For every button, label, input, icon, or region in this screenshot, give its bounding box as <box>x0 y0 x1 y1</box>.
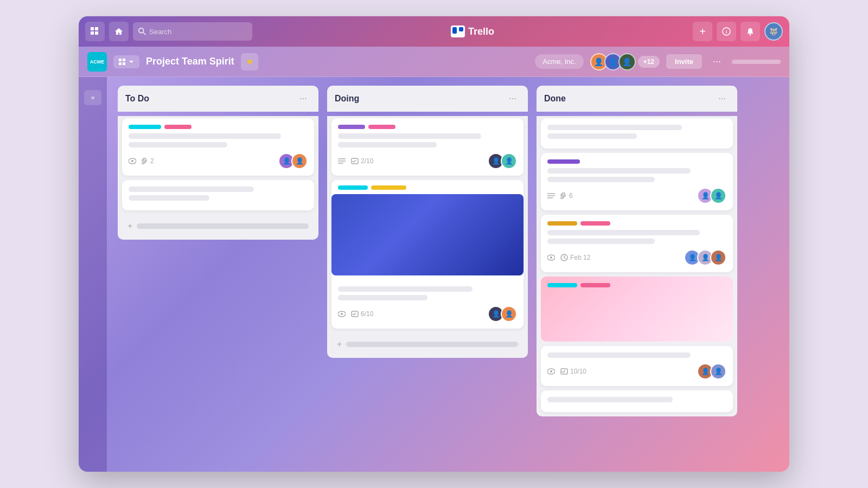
card-text-7 <box>338 286 473 292</box>
list-meta-2 <box>547 192 555 199</box>
card-text-d1 <box>547 125 682 130</box>
tag-cyan2 <box>338 185 368 190</box>
add-button[interactable]: + <box>693 22 712 41</box>
list-meta <box>338 158 346 164</box>
card-av-6: 👤 <box>501 306 517 322</box>
card-meta: 2 <box>129 157 154 165</box>
eye-meta-3 <box>547 254 555 261</box>
add-card-doing[interactable]: + <box>331 335 524 354</box>
card-text-4 <box>129 195 209 201</box>
workspace-badge: ACME <box>87 52 107 72</box>
card-text-5 <box>338 133 481 139</box>
card-done-2-footer: 6 👤 👤 <box>547 188 726 204</box>
column-done-menu[interactable]: ··· <box>714 91 730 106</box>
card-done-2-meta: 6 <box>547 192 573 200</box>
trello-logo-icon <box>451 25 465 37</box>
card-done-5-meta: 10/10 <box>547 368 586 375</box>
card-done-3: Feb 12 👤 👤 👤 <box>541 215 733 272</box>
member-avatars: 👤 👤 👤 +12 <box>590 53 660 70</box>
card-done-5-footer: 10/10 👤 👤 <box>547 363 726 380</box>
attach-meta-2: 6 <box>560 192 573 200</box>
column-todo-menu[interactable]: ··· <box>296 91 311 106</box>
card-text-1 <box>129 133 281 139</box>
tag-cyan <box>129 125 161 129</box>
svg-line-5 <box>143 33 145 35</box>
svg-point-22 <box>341 313 343 315</box>
card-done-5: 10/10 👤 👤 <box>541 346 733 386</box>
filter-bar <box>732 60 781 64</box>
tag-purple2 <box>547 159 580 164</box>
column-todo-header: To Do ··· <box>118 86 318 112</box>
svg-point-28 <box>550 256 552 259</box>
card-done-5-avatars: 👤 👤 <box>697 363 726 380</box>
column-doing-body: 2/10 👤 👤 <box>327 116 528 358</box>
svg-rect-6 <box>452 27 457 34</box>
svg-rect-7 <box>459 27 463 31</box>
card-done-1 <box>541 118 733 149</box>
card-text-d2 <box>547 133 637 139</box>
svg-point-16 <box>131 160 133 162</box>
card-avatars: 👤 👤 <box>278 153 308 169</box>
member-avatar-3: 👤 <box>618 53 636 70</box>
column-doing-menu[interactable]: ··· <box>505 91 520 106</box>
card-doing-2-meta: 6/10 <box>338 310 373 318</box>
tag-cyan3 <box>547 283 577 287</box>
column-done: Done ··· <box>537 86 737 416</box>
info-button[interactable]: i <box>717 22 736 41</box>
check-meta: 2/10 <box>351 157 373 165</box>
card-text-6 <box>338 142 437 147</box>
board-title: Project Team Spirit <box>146 56 234 67</box>
card-done-3-avatars: 👤 👤 👤 <box>684 249 726 266</box>
card-todo-1-tags <box>129 125 308 129</box>
invite-button[interactable]: Invite <box>666 54 702 69</box>
card-doing-1-meta: 2/10 <box>338 157 373 165</box>
card-done-6 <box>541 390 733 412</box>
user-avatar[interactable]: 🐺 <box>764 22 783 41</box>
svg-rect-14 <box>123 62 125 65</box>
card-av-2: 👤 <box>291 153 308 169</box>
more-options-button[interactable]: ··· <box>709 54 725 69</box>
svg-rect-13 <box>119 62 122 65</box>
card-doing-2-tags <box>338 185 517 190</box>
sidebar: » <box>79 77 107 472</box>
column-doing-header: Doing ··· <box>327 86 528 112</box>
svg-rect-12 <box>123 59 125 61</box>
card-done-2: 6 👤 👤 <box>541 153 733 210</box>
svg-rect-2 <box>91 31 94 35</box>
tag-purple <box>338 125 365 129</box>
add-card-todo[interactable]: + <box>122 217 314 235</box>
column-todo-body: 2 👤 👤 <box>118 116 318 240</box>
search-placeholder: Search <box>149 28 171 36</box>
card-av-d7: 👤 <box>710 363 726 380</box>
search-bar[interactable]: Search <box>133 22 252 41</box>
sidebar-collapse-button[interactable]: » <box>84 90 101 105</box>
notifications-button[interactable] <box>741 22 760 41</box>
svg-rect-3 <box>95 31 98 35</box>
svg-point-10 <box>750 34 751 36</box>
column-done-header: Done ··· <box>537 86 737 112</box>
card-text-d5 <box>547 230 700 235</box>
app-wrapper: Search Trello + i <box>79 16 789 472</box>
card-doing-1-footer: 2/10 👤 👤 <box>338 153 517 169</box>
card-done-2-avatars: 👤 👤 <box>697 188 726 204</box>
card-done-4-tags <box>547 283 726 287</box>
app-title: Trello <box>468 26 494 37</box>
card-text-2 <box>129 142 227 147</box>
plus-count: +12 <box>638 56 660 68</box>
main-area: » To Do ··· <box>79 77 789 472</box>
eye-meta-2 <box>338 311 346 317</box>
card-todo-1: 2 👤 👤 <box>122 118 314 176</box>
svg-rect-1 <box>95 27 98 30</box>
card-text-d6 <box>547 239 655 244</box>
card-av-4: 👤 <box>501 153 517 169</box>
views-button[interactable] <box>113 55 139 68</box>
column-doing-title: Doing <box>335 94 359 104</box>
svg-point-4 <box>139 28 144 33</box>
check-meta-3: 10/10 <box>560 368 586 375</box>
star-button[interactable]: ★ <box>241 53 258 70</box>
card-doing-2-avatars: 👤 👤 <box>488 306 517 322</box>
eye-meta-4 <box>547 368 555 375</box>
nav-right: + i 🐺 <box>693 22 783 41</box>
home-button[interactable] <box>109 22 129 41</box>
grid-menu-button[interactable] <box>85 22 105 41</box>
